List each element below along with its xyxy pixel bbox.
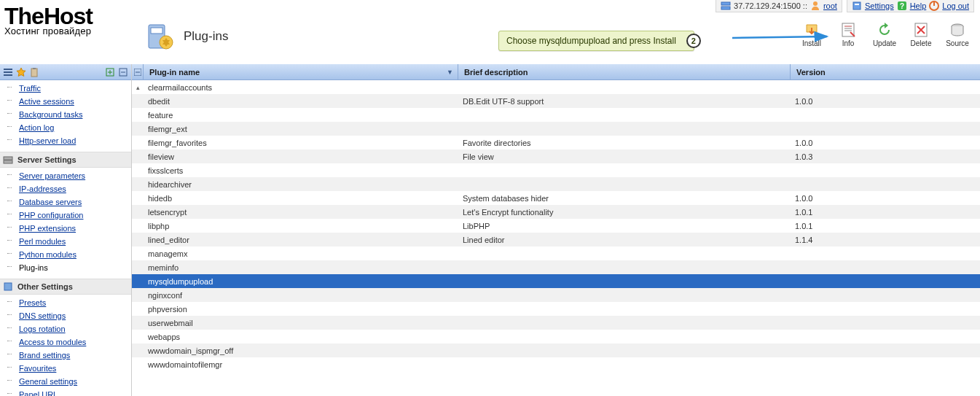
nav-item-http-server-load[interactable]: Http-server load (0, 134, 131, 147)
source-icon (949, 22, 965, 38)
svg-rect-29 (4, 157, 12, 160)
table-row[interactable]: wwwdomain_ispmgr_off (132, 343, 980, 357)
delete-button[interactable]: Delete (907, 22, 935, 47)
nav-item-action-log[interactable]: Action log (0, 121, 131, 134)
star-icon[interactable] (16, 67, 26, 77)
nav-item-label: Action log (19, 123, 54, 132)
nav-item-logs-rotation[interactable]: Logs rotation (0, 322, 131, 335)
nav-item-ip-addresses[interactable]: IP-addresses (0, 182, 131, 195)
sidebar-menu-icon[interactable] (3, 67, 13, 77)
nav-item-favourites[interactable]: Favourites (0, 362, 131, 375)
grid-toggle-collapse[interactable] (132, 64, 144, 79)
cell-version: 1.0.1 (791, 208, 980, 217)
nav-group-server-settings[interactable]: Server Settings (0, 152, 131, 168)
help-link[interactable]: Help (910, 1, 927, 10)
table-row[interactable]: dbeditDB.Edit UTF-8 support1.0.0 (132, 94, 980, 108)
col-version[interactable]: Version (791, 64, 980, 79)
nav-item-label: Background tasks (19, 110, 82, 119)
source-button[interactable]: Source (944, 22, 971, 47)
table-row[interactable]: ▴clearmailaccounts (132, 80, 980, 94)
cell-name: managemx (144, 249, 458, 258)
table-row[interactable]: letsencryptLet's Encrypt functionality1.… (132, 205, 980, 219)
sidebar-toolbar (0, 64, 131, 80)
nav-item-perl-modules[interactable]: Perl modules (0, 235, 131, 248)
svg-rect-21 (4, 74, 12, 76)
collapse-icon[interactable] (118, 67, 128, 77)
col-name[interactable]: Plug-in name ▼ (144, 64, 458, 79)
cell-version: 1.0.0 (791, 194, 980, 203)
table-row[interactable]: hidedbSystem databases hider1.0.0 (132, 191, 980, 205)
grid-body[interactable]: ▴clearmailaccountsdbeditDB.Edit UTF-8 su… (132, 80, 980, 396)
logout-link[interactable]: Log out (942, 1, 969, 10)
table-row[interactable]: feature (132, 108, 980, 122)
other-icon (3, 282, 13, 292)
cell-name: webapps (144, 333, 458, 341)
cell-name: wwwdomain_ispmgr_off (144, 346, 458, 355)
server-icon (3, 155, 13, 165)
install-label: Install (802, 39, 821, 47)
cell-name: fixsslcerts (144, 166, 458, 175)
nav-item-database-servers[interactable]: Database servers (0, 195, 131, 209)
nav-item-python-modules[interactable]: Python modules (0, 248, 131, 261)
nav-item-label: Brand settings (19, 351, 70, 360)
nav-item-label: Panel URL (19, 390, 58, 396)
table-row[interactable]: lined_editorLined editor1.1.4 (132, 233, 980, 246)
table-row[interactable]: libphpLibPHP1.0.1 (132, 219, 980, 233)
nav-item-panel-url[interactable]: Panel URL (0, 388, 131, 396)
info-button[interactable]: Info (834, 22, 862, 47)
cell-name: userwebmail (144, 319, 458, 327)
table-row[interactable]: userwebmail (132, 316, 980, 330)
cell-desc: Lined editor (458, 236, 791, 244)
table-row[interactable]: phpversion (132, 302, 980, 316)
svg-rect-31 (4, 283, 12, 290)
nav-item-plug-ins[interactable]: Plug-ins (0, 261, 131, 274)
update-button[interactable]: Update (871, 22, 898, 47)
table-row[interactable]: meminfo (132, 260, 980, 274)
user-icon (810, 1, 820, 11)
col-desc-label: Brief description (464, 68, 528, 77)
clipboard-icon[interactable] (29, 67, 39, 77)
install-button[interactable]: Install (798, 22, 826, 47)
install-icon (804, 22, 820, 38)
cell-version: 1.0.1 (791, 222, 980, 230)
table-row[interactable]: mysqldumpupload (132, 274, 980, 288)
nav-item-traffic[interactable]: Traffic (0, 82, 131, 95)
nav-item-php-configuration[interactable]: PHP configuration (0, 209, 131, 222)
col-desc[interactable]: Brief description (458, 64, 791, 79)
nav-item-access-to-modules[interactable]: Access to modules (0, 335, 131, 349)
top-links: Settings ? Help Log out (847, 0, 974, 12)
table-row[interactable]: filemgr_favoritesFavorite directories1.0… (132, 136, 980, 150)
nav-item-label: Server parameters (19, 171, 85, 180)
table-row[interactable]: managemx (132, 246, 980, 260)
logo-main: TheHost (4, 6, 136, 27)
nav-item-brand-settings[interactable]: Brand settings (0, 349, 131, 362)
svg-rect-4 (855, 4, 859, 5)
col-version-label: Version (796, 68, 826, 77)
cell-name: hidearchiver (144, 180, 458, 189)
nav-item-dns-settings[interactable]: DNS settings (0, 309, 131, 322)
row-toggle-icon: ▴ (132, 84, 144, 91)
table-row[interactable]: wwwdomaintofilemgr (132, 357, 980, 371)
table-row[interactable]: fileviewFile view1.0.3 (132, 150, 980, 163)
nav-item-general-settings[interactable]: General settings (0, 375, 131, 388)
table-row[interactable]: filemgr_ext (132, 122, 980, 136)
table-row[interactable]: webapps (132, 330, 980, 343)
nav-item-label: Active sessions (19, 97, 74, 106)
nav-group-other-settings[interactable]: Other Settings (0, 279, 131, 295)
nav-item-background-tasks[interactable]: Background tasks (0, 108, 131, 121)
table-row[interactable]: fixsslcerts (132, 163, 980, 177)
nav-item-presets[interactable]: Presets (0, 296, 131, 309)
settings-link[interactable]: Settings (865, 1, 894, 10)
svg-rect-10 (151, 28, 162, 34)
table-row[interactable]: nginxconf (132, 288, 980, 302)
nav-item-label: Http-server load (19, 136, 76, 145)
cell-version: 1.1.4 (791, 236, 980, 244)
nav-item-server-parameters[interactable]: Server parameters (0, 169, 131, 182)
expand-icon[interactable] (105, 67, 115, 77)
nav-item-label: Perl modules (19, 237, 66, 246)
nav-item-php-extensions[interactable]: PHP extensions (0, 222, 131, 235)
nav-item-active-sessions[interactable]: Active sessions (0, 95, 131, 108)
table-row[interactable]: hidearchiver (132, 177, 980, 191)
nav-item-label: PHP extensions (19, 224, 76, 233)
user-link[interactable]: root (823, 1, 837, 10)
